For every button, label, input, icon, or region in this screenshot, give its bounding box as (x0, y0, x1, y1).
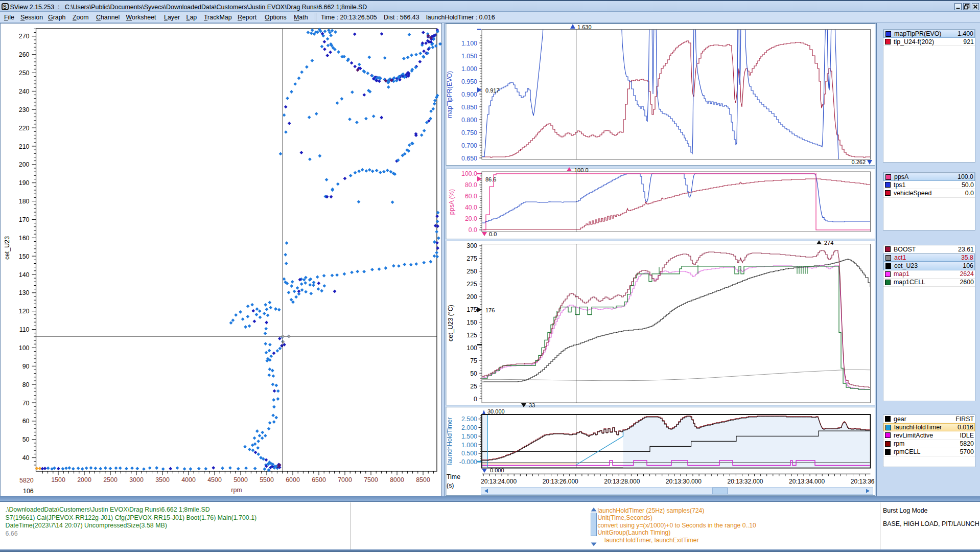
svg-text:2.500: 2.500 (461, 416, 477, 423)
svg-text:0.500: 0.500 (461, 450, 477, 457)
svg-text:176: 176 (485, 307, 495, 313)
svg-text:160: 160 (19, 235, 30, 242)
svg-text:80.0: 80.0 (465, 181, 477, 189)
svg-text:230: 230 (19, 106, 30, 113)
svg-text:20:13:32.000: 20:13:32.000 (727, 478, 763, 485)
svg-text:50: 50 (470, 370, 477, 377)
svg-text:106: 106 (23, 488, 34, 495)
svg-text:6500: 6500 (312, 476, 326, 484)
svg-text:180: 180 (19, 198, 30, 205)
svg-text:8500: 8500 (416, 476, 430, 484)
svg-text:0.950: 0.950 (461, 78, 477, 85)
svg-text:200: 200 (466, 293, 477, 301)
svg-text:100.0: 100.0 (461, 170, 477, 177)
svg-text:(s): (s) (447, 482, 454, 489)
svg-text:cet_U23 (°C): cet_U23 (°C) (447, 305, 454, 341)
svg-text:60: 60 (22, 418, 30, 425)
svg-text:4000: 4000 (181, 476, 196, 484)
svg-text:-0.000: -0.000 (459, 458, 477, 466)
svg-text:2000: 2000 (77, 476, 91, 484)
svg-text:120: 120 (19, 308, 30, 315)
svg-text:150: 150 (466, 319, 477, 326)
svg-text:0.850: 0.850 (461, 104, 477, 111)
svg-text:5500: 5500 (260, 476, 274, 484)
svg-text:100.0: 100.0 (574, 167, 589, 173)
svg-text:25: 25 (470, 383, 477, 390)
svg-text:0.700: 0.700 (461, 142, 477, 149)
svg-text:20:13:34.000: 20:13:34.000 (789, 478, 825, 485)
svg-text:0: 0 (474, 396, 477, 403)
svg-text:90: 90 (22, 363, 30, 370)
svg-text:6000: 6000 (286, 476, 300, 484)
svg-text:3000: 3000 (129, 476, 144, 484)
svg-text:250: 250 (466, 268, 477, 275)
svg-text:60.0: 60.0 (465, 193, 477, 200)
svg-text:0.900: 0.900 (461, 91, 477, 98)
svg-text:8000: 8000 (390, 476, 404, 484)
svg-text:7000: 7000 (338, 476, 352, 484)
svg-text:225: 225 (466, 281, 477, 288)
svg-text:5000: 5000 (234, 476, 248, 484)
svg-text:125: 125 (466, 332, 477, 339)
svg-text:0.750: 0.750 (461, 129, 477, 136)
svg-text:80: 80 (22, 381, 30, 388)
svg-text:1.630: 1.630 (577, 24, 592, 30)
svg-text:140: 140 (19, 271, 30, 279)
svg-text:1.500: 1.500 (461, 433, 477, 440)
svg-text:50: 50 (22, 436, 30, 443)
svg-text:0.0: 0.0 (489, 231, 497, 237)
svg-text:30.000: 30.000 (487, 408, 505, 415)
svg-text:75: 75 (470, 357, 477, 364)
svg-text:240: 240 (19, 88, 30, 95)
svg-text:1.100: 1.100 (461, 40, 477, 47)
svg-text:1.000: 1.000 (461, 65, 477, 73)
svg-text:1.000: 1.000 (461, 442, 477, 449)
svg-text:3500: 3500 (155, 476, 170, 484)
svg-text:mapTipPR(EVO): mapTipPR(EVO) (446, 71, 453, 119)
svg-text:100: 100 (466, 344, 477, 352)
svg-text:5820: 5820 (19, 477, 34, 484)
svg-text:274: 274 (824, 240, 833, 246)
svg-text:275: 275 (466, 255, 477, 262)
svg-text:cet_U23: cet_U23 (4, 236, 11, 260)
svg-text:0.650: 0.650 (461, 155, 477, 162)
svg-text:20:13:36: 20:13:36 (851, 478, 875, 485)
svg-text:175: 175 (466, 306, 477, 313)
svg-text:300: 300 (466, 242, 477, 249)
svg-text:20.0: 20.0 (465, 215, 477, 222)
svg-text:190: 190 (19, 179, 30, 187)
svg-text:2500: 2500 (103, 476, 118, 484)
svg-text:250: 250 (19, 70, 30, 77)
svg-text:110: 110 (19, 326, 30, 333)
svg-text:0.0: 0.0 (469, 226, 477, 234)
svg-text:0.262: 0.262 (851, 159, 866, 165)
svg-text:150: 150 (19, 253, 30, 260)
svg-text:40: 40 (22, 454, 30, 462)
svg-text:100: 100 (19, 344, 30, 352)
svg-text:7500: 7500 (364, 476, 378, 484)
svg-text:70: 70 (22, 400, 30, 407)
svg-text:20:13:26.000: 20:13:26.000 (543, 478, 578, 485)
svg-text:0.800: 0.800 (461, 117, 477, 124)
svg-text:1.050: 1.050 (461, 53, 477, 60)
svg-text:260: 260 (19, 51, 30, 58)
svg-text:33: 33 (529, 402, 535, 408)
svg-text:ppsA (%): ppsA (%) (448, 189, 455, 215)
svg-text:1500: 1500 (51, 476, 65, 484)
svg-text:4500: 4500 (207, 476, 222, 484)
svg-text:launchHoldTimer: launchHoldTimer (446, 417, 453, 465)
svg-text:20:13:28.000: 20:13:28.000 (604, 478, 640, 485)
svg-text:210: 210 (19, 143, 30, 150)
svg-text:130: 130 (19, 289, 30, 296)
svg-text:rpm: rpm (231, 487, 242, 494)
svg-text:0.000: 0.000 (490, 467, 504, 473)
svg-text:20:13:24.000: 20:13:24.000 (481, 478, 517, 485)
svg-text:40.0: 40.0 (465, 204, 477, 211)
svg-text:20:13:30.000: 20:13:30.000 (666, 478, 702, 485)
svg-text:2.000: 2.000 (461, 424, 477, 431)
svg-text:0.917: 0.917 (485, 87, 500, 94)
svg-text:200: 200 (19, 161, 30, 168)
svg-text:Time: Time (447, 473, 460, 480)
svg-text:170: 170 (19, 216, 30, 223)
svg-text:270: 270 (19, 33, 30, 40)
